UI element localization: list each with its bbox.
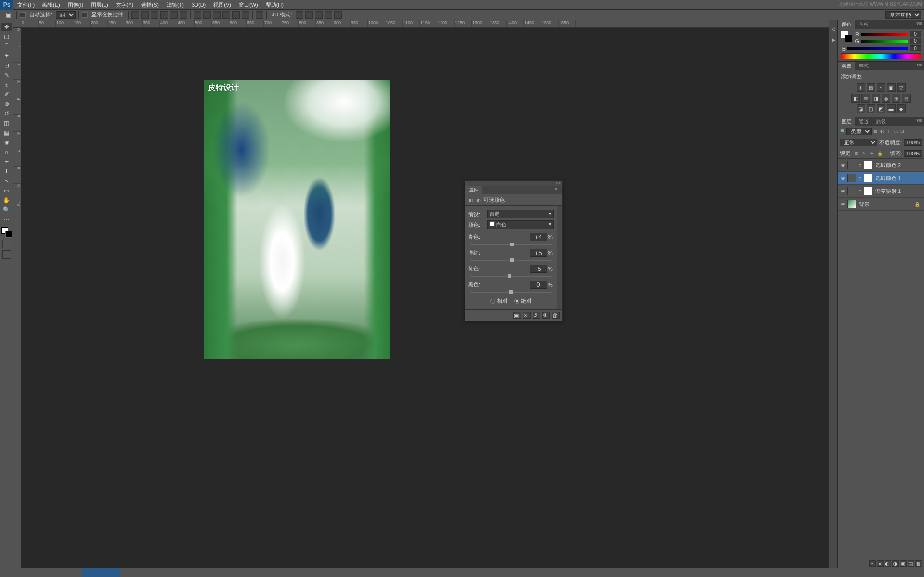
background-color[interactable] xyxy=(5,231,12,238)
clip-to-layer-icon[interactable]: ▣ xyxy=(513,312,521,319)
dodge-tool[interactable]: ☼ xyxy=(1,148,12,156)
color-balance-icon[interactable]: ⚖ xyxy=(861,94,870,103)
hue-sat-icon[interactable]: ◧ xyxy=(851,94,860,103)
layer-thumb[interactable] xyxy=(847,161,856,169)
color-lookup-icon[interactable]: ⊟ xyxy=(902,94,911,103)
tab-color[interactable]: 颜色 xyxy=(838,20,855,29)
panel-menu-icon[interactable]: ▾≡ xyxy=(914,117,924,126)
filter-type-icon[interactable]: T xyxy=(886,128,892,134)
3d-slide-icon[interactable] xyxy=(325,11,332,19)
curves-icon[interactable]: ~ xyxy=(877,83,885,92)
b-slider[interactable] xyxy=(847,47,908,50)
align-right-icon[interactable] xyxy=(151,11,158,19)
quick-mask-toggle[interactable] xyxy=(2,240,11,248)
crop-tool[interactable]: ⊡ xyxy=(1,61,12,70)
menu-edit[interactable]: 编辑(E) xyxy=(39,0,64,10)
exposure-icon[interactable]: ▣ xyxy=(887,83,896,92)
yellow-value[interactable] xyxy=(530,265,547,273)
distribute-1-icon[interactable] xyxy=(194,11,201,19)
filter-search-icon[interactable]: 🔍 xyxy=(840,128,846,134)
clone-stamp-tool[interactable]: ⊛ xyxy=(1,100,12,108)
distribute-4-icon[interactable] xyxy=(222,11,230,19)
reset-icon[interactable]: ↺ xyxy=(533,312,540,319)
show-transform-checkbox[interactable] xyxy=(82,12,88,18)
filter-smart-icon[interactable]: ⊡ xyxy=(899,128,905,134)
path-select-tool[interactable]: ↖ xyxy=(1,177,12,185)
layer-thumb[interactable] xyxy=(847,174,856,182)
levels-icon[interactable]: ▤ xyxy=(867,83,875,92)
filter-pixel-icon[interactable]: ▦ xyxy=(872,128,878,134)
photo-filter-icon[interactable]: ◎ xyxy=(882,94,890,103)
tab-paths[interactable]: 路径 xyxy=(872,117,890,126)
distribute-5-icon[interactable] xyxy=(232,11,240,19)
layer-name[interactable]: 渐变映射 1 xyxy=(875,188,922,195)
menu-layer[interactable]: 图层(L) xyxy=(87,0,112,10)
tab-adjustments[interactable]: 调整 xyxy=(838,62,855,70)
new-adj-layer-icon[interactable]: ◑ xyxy=(892,560,899,567)
history-brush-tool[interactable]: ↺ xyxy=(1,109,12,118)
props-scrollbar[interactable] xyxy=(557,206,562,309)
panel-menu-icon[interactable]: ▾≡ xyxy=(553,186,562,194)
hand-tool[interactable]: ✋ xyxy=(1,196,12,205)
layer-mask-thumb[interactable] xyxy=(864,174,872,182)
menu-3d[interactable]: 3D(D) xyxy=(188,0,209,10)
magenta-slider[interactable] xyxy=(470,260,552,261)
new-group-icon[interactable]: ▣ xyxy=(900,560,907,567)
black-slider[interactable] xyxy=(470,292,552,293)
color-ramp[interactable] xyxy=(841,53,921,59)
eraser-tool[interactable]: ◫ xyxy=(1,119,12,128)
view-previous-icon[interactable]: ⊙ xyxy=(523,312,531,319)
visibility-toggle-icon[interactable]: 👁 xyxy=(840,176,846,181)
layer-name[interactable]: 选取颜色 2 xyxy=(875,162,922,169)
tab-channels[interactable]: 通道 xyxy=(855,117,872,126)
move-tool[interactable]: ✥ xyxy=(1,23,12,31)
g-value[interactable] xyxy=(910,38,921,44)
layer-mask-thumb[interactable] xyxy=(864,187,872,195)
blend-mode-select[interactable]: 正常 xyxy=(840,139,877,146)
tab-layers[interactable]: 图层 xyxy=(838,117,855,126)
menu-file[interactable]: 文件(F) xyxy=(13,0,39,10)
selective-color-icon[interactable]: ◆ xyxy=(897,104,906,113)
auto-align-icon[interactable] xyxy=(256,11,263,19)
auto-select-checkbox[interactable] xyxy=(20,12,26,18)
menu-type[interactable]: 文字(Y) xyxy=(112,0,138,10)
distribute-6-icon[interactable] xyxy=(242,11,249,19)
workspace-switcher[interactable]: 基本功能 xyxy=(885,11,921,19)
toggle-visibility-icon[interactable]: 👁 xyxy=(542,312,550,319)
layer-name[interactable]: 选取颜色 1 xyxy=(875,175,922,182)
menu-view[interactable]: 视图(V) xyxy=(209,0,235,10)
menu-help[interactable]: 帮助(H) xyxy=(262,0,287,10)
auto-select-dropdown[interactable]: 组 xyxy=(56,11,76,19)
filter-shape-icon[interactable]: ▭ xyxy=(893,128,898,134)
lasso-tool[interactable]: ⌒ xyxy=(1,42,12,51)
visibility-toggle-icon[interactable]: 👁 xyxy=(840,202,846,207)
layer-thumb[interactable] xyxy=(847,200,856,208)
relative-radio[interactable]: 相对 xyxy=(490,297,508,305)
link-layers-icon[interactable]: ⚭ xyxy=(869,560,876,567)
close-icon[interactable]: ✕ xyxy=(558,181,561,186)
type-tool[interactable]: T xyxy=(1,167,12,176)
absolute-radio[interactable]: 绝对 xyxy=(514,297,532,305)
opacity-value[interactable]: 100% xyxy=(904,139,922,146)
align-bottom-icon[interactable] xyxy=(180,11,187,19)
add-mask-icon[interactable]: ◐ xyxy=(885,560,891,567)
new-layer-icon[interactable]: ▤ xyxy=(908,560,914,567)
tab-properties[interactable]: 属性 xyxy=(465,186,482,194)
preset-select[interactable]: 自定 xyxy=(487,210,554,218)
menu-window[interactable]: 窗口(W) xyxy=(235,0,262,10)
channel-mixer-icon[interactable]: ⊞ xyxy=(892,94,900,103)
move-tool-icon[interactable]: ▣ xyxy=(3,11,13,19)
delete-adj-icon[interactable]: 🗑 xyxy=(552,312,560,319)
visibility-toggle-icon[interactable]: 👁 xyxy=(840,189,846,194)
r-slider[interactable] xyxy=(861,33,908,36)
menu-filter[interactable]: 滤镜(T) xyxy=(163,0,188,10)
lock-icon[interactable]: 🔒 xyxy=(877,151,883,156)
ruler-horizontal[interactable]: 0501001502002503003504004505005506006507… xyxy=(21,20,829,28)
lock-position-icon[interactable]: ✥ xyxy=(869,151,875,156)
edit-toolbar-icon[interactable]: ⋯ xyxy=(1,215,12,224)
visibility-toggle-icon[interactable]: 👁 xyxy=(840,163,846,168)
layer-mask-thumb[interactable] xyxy=(864,161,872,169)
layer-row[interactable]: 👁 ⊂ 渐变映射 1 xyxy=(838,185,924,198)
align-top-icon[interactable] xyxy=(160,11,168,19)
cyan-slider[interactable] xyxy=(470,244,552,245)
